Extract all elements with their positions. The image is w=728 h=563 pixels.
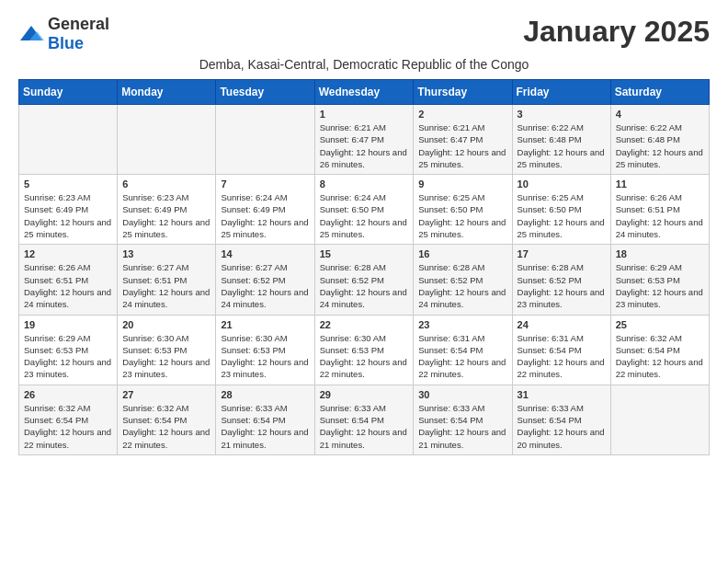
sunrise-time: Sunrise: 6:32 AM bbox=[24, 403, 90, 413]
daylight-hours: Daylight: 12 hours and 24 minutes. bbox=[24, 287, 111, 309]
day-number: 9 bbox=[418, 178, 506, 190]
day-number: 8 bbox=[320, 178, 409, 190]
day-info: Sunrise: 6:30 AM Sunset: 6:53 PM Dayligh… bbox=[122, 332, 210, 381]
sunset-time: Sunset: 6:54 PM bbox=[320, 415, 384, 425]
calendar-cell: 19 Sunrise: 6:29 AM Sunset: 6:53 PM Dayl… bbox=[19, 315, 118, 385]
sunrise-time: Sunrise: 6:26 AM bbox=[616, 192, 682, 202]
sunset-time: Sunset: 6:53 PM bbox=[320, 345, 384, 355]
day-number: 22 bbox=[320, 319, 409, 330]
sunset-time: Sunset: 6:50 PM bbox=[518, 204, 582, 214]
daylight-hours: Daylight: 12 hours and 23 minutes. bbox=[122, 357, 210, 379]
calendar-cell: 11 Sunrise: 6:26 AM Sunset: 6:51 PM Dayl… bbox=[610, 175, 709, 245]
day-number: 12 bbox=[24, 248, 112, 259]
day-info: Sunrise: 6:23 AM Sunset: 6:49 PM Dayligh… bbox=[122, 191, 210, 240]
day-number: 30 bbox=[418, 389, 506, 400]
daylight-hours: Daylight: 12 hours and 25 minutes. bbox=[518, 217, 605, 239]
sunset-time: Sunset: 6:48 PM bbox=[518, 134, 582, 144]
daylight-hours: Daylight: 12 hours and 22 minutes. bbox=[616, 357, 703, 379]
day-number: 11 bbox=[616, 178, 704, 190]
day-info: Sunrise: 6:27 AM Sunset: 6:52 PM Dayligh… bbox=[221, 261, 309, 310]
day-number: 21 bbox=[221, 319, 309, 330]
sunrise-time: Sunrise: 6:29 AM bbox=[24, 333, 90, 343]
sunset-time: Sunset: 6:47 PM bbox=[418, 134, 483, 144]
day-info: Sunrise: 6:26 AM Sunset: 6:51 PM Dayligh… bbox=[24, 261, 112, 310]
sunrise-time: Sunrise: 6:22 AM bbox=[616, 122, 682, 132]
sunset-time: Sunset: 6:49 PM bbox=[122, 204, 187, 214]
sunrise-time: Sunrise: 6:31 AM bbox=[418, 333, 484, 343]
day-info: Sunrise: 6:31 AM Sunset: 6:54 PM Dayligh… bbox=[518, 332, 606, 381]
sunrise-time: Sunrise: 6:24 AM bbox=[320, 192, 386, 202]
sunset-time: Sunset: 6:54 PM bbox=[518, 415, 582, 425]
day-info: Sunrise: 6:24 AM Sunset: 6:50 PM Dayligh… bbox=[320, 191, 409, 240]
sunset-time: Sunset: 6:54 PM bbox=[122, 415, 187, 425]
calendar-cell: 10 Sunrise: 6:25 AM Sunset: 6:50 PM Dayl… bbox=[512, 175, 610, 245]
daylight-hours: Daylight: 12 hours and 22 minutes. bbox=[418, 357, 506, 379]
day-info: Sunrise: 6:25 AM Sunset: 6:50 PM Dayligh… bbox=[418, 191, 506, 240]
day-info: Sunrise: 6:29 AM Sunset: 6:53 PM Dayligh… bbox=[616, 261, 704, 310]
day-number: 25 bbox=[616, 319, 704, 330]
day-info: Sunrise: 6:22 AM Sunset: 6:48 PM Dayligh… bbox=[518, 121, 606, 170]
sunset-time: Sunset: 6:49 PM bbox=[24, 204, 88, 214]
logo: General Blue bbox=[18, 15, 109, 53]
sunrise-time: Sunrise: 6:29 AM bbox=[616, 262, 682, 272]
calendar-cell: 28 Sunrise: 6:33 AM Sunset: 6:54 PM Dayl… bbox=[216, 385, 314, 454]
day-number: 6 bbox=[122, 178, 210, 190]
day-info: Sunrise: 6:25 AM Sunset: 6:50 PM Dayligh… bbox=[518, 191, 606, 240]
sunrise-time: Sunrise: 6:25 AM bbox=[518, 192, 584, 202]
daylight-hours: Daylight: 12 hours and 25 minutes. bbox=[418, 147, 506, 169]
month-title: January 2025 bbox=[523, 15, 710, 49]
sunset-time: Sunset: 6:54 PM bbox=[616, 345, 680, 355]
daylight-hours: Daylight: 12 hours and 22 minutes. bbox=[320, 357, 407, 379]
calendar-table: SundayMondayTuesdayWednesdayThursdayFrid… bbox=[18, 79, 710, 455]
sunrise-time: Sunrise: 6:23 AM bbox=[24, 192, 90, 202]
daylight-hours: Daylight: 12 hours and 25 minutes. bbox=[24, 217, 111, 239]
day-info: Sunrise: 6:32 AM Sunset: 6:54 PM Dayligh… bbox=[122, 402, 210, 451]
calendar-week-4: 19 Sunrise: 6:29 AM Sunset: 6:53 PM Dayl… bbox=[19, 315, 710, 385]
daylight-hours: Daylight: 12 hours and 24 minutes. bbox=[122, 287, 210, 309]
day-number: 14 bbox=[221, 248, 309, 259]
day-number: 5 bbox=[24, 178, 112, 190]
sunset-time: Sunset: 6:51 PM bbox=[122, 275, 187, 285]
day-info: Sunrise: 6:33 AM Sunset: 6:54 PM Dayligh… bbox=[518, 402, 606, 451]
day-info: Sunrise: 6:27 AM Sunset: 6:51 PM Dayligh… bbox=[122, 261, 210, 310]
calendar-cell bbox=[216, 105, 314, 175]
sunrise-time: Sunrise: 6:21 AM bbox=[418, 122, 484, 132]
day-info: Sunrise: 6:33 AM Sunset: 6:54 PM Dayligh… bbox=[418, 402, 506, 451]
calendar-header-row: SundayMondayTuesdayWednesdayThursdayFrid… bbox=[19, 80, 710, 105]
sunset-time: Sunset: 6:52 PM bbox=[518, 275, 582, 285]
sunrise-time: Sunrise: 6:33 AM bbox=[518, 403, 584, 413]
calendar-cell bbox=[610, 385, 709, 454]
sunset-time: Sunset: 6:54 PM bbox=[221, 415, 285, 425]
day-number: 17 bbox=[518, 248, 606, 259]
day-number: 26 bbox=[24, 389, 112, 400]
calendar-cell: 21 Sunrise: 6:30 AM Sunset: 6:53 PM Dayl… bbox=[216, 315, 314, 385]
calendar-cell: 7 Sunrise: 6:24 AM Sunset: 6:49 PM Dayli… bbox=[216, 175, 314, 245]
daylight-hours: Daylight: 12 hours and 21 minutes. bbox=[320, 427, 407, 449]
sunrise-time: Sunrise: 6:32 AM bbox=[616, 333, 682, 343]
sunrise-time: Sunrise: 6:23 AM bbox=[122, 192, 188, 202]
subtitle: Demba, Kasai-Central, Democratic Republi… bbox=[18, 57, 710, 72]
daylight-hours: Daylight: 12 hours and 22 minutes. bbox=[24, 427, 111, 449]
calendar-cell: 16 Sunrise: 6:28 AM Sunset: 6:52 PM Dayl… bbox=[414, 245, 512, 315]
sunrise-time: Sunrise: 6:24 AM bbox=[221, 192, 287, 202]
calendar-week-1: 1 Sunrise: 6:21 AM Sunset: 6:47 PM Dayli… bbox=[19, 105, 710, 175]
day-number: 13 bbox=[122, 248, 210, 259]
header-day-friday: Friday bbox=[512, 80, 610, 105]
sunset-time: Sunset: 6:52 PM bbox=[418, 275, 483, 285]
sunset-time: Sunset: 6:51 PM bbox=[24, 275, 88, 285]
calendar-cell: 17 Sunrise: 6:28 AM Sunset: 6:52 PM Dayl… bbox=[512, 245, 610, 315]
daylight-hours: Daylight: 12 hours and 24 minutes. bbox=[221, 287, 308, 309]
day-info: Sunrise: 6:33 AM Sunset: 6:54 PM Dayligh… bbox=[221, 402, 309, 451]
day-number: 3 bbox=[518, 109, 606, 120]
day-number: 2 bbox=[418, 109, 506, 120]
calendar-cell: 5 Sunrise: 6:23 AM Sunset: 6:49 PM Dayli… bbox=[19, 175, 118, 245]
sunrise-time: Sunrise: 6:26 AM bbox=[24, 262, 90, 272]
sunrise-time: Sunrise: 6:32 AM bbox=[122, 403, 188, 413]
title-area: January 2025 bbox=[523, 15, 710, 49]
calendar-cell: 3 Sunrise: 6:22 AM Sunset: 6:48 PM Dayli… bbox=[512, 105, 610, 175]
calendar-cell: 23 Sunrise: 6:31 AM Sunset: 6:54 PM Dayl… bbox=[414, 315, 512, 385]
sunrise-time: Sunrise: 6:33 AM bbox=[221, 403, 287, 413]
header-day-saturday: Saturday bbox=[610, 80, 709, 105]
sunrise-time: Sunrise: 6:30 AM bbox=[221, 333, 287, 343]
calendar-week-2: 5 Sunrise: 6:23 AM Sunset: 6:49 PM Dayli… bbox=[19, 175, 710, 245]
